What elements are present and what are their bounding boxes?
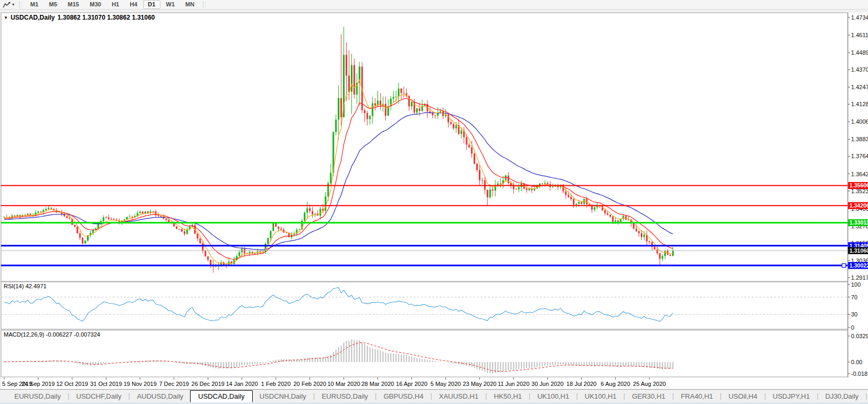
svg-text:16 Apr 2020: 16 Apr 2020	[396, 381, 427, 387]
timeframe-m30[interactable]: M30	[85, 0, 106, 9]
timeframe-w1[interactable]: W1	[161, 0, 180, 9]
tab-usdcnh-daily[interactable]: USDCNH,Daily	[253, 391, 313, 402]
tab-dj30-daily[interactable]: DJ30,Daily	[819, 391, 866, 402]
timeframe-h1[interactable]: H1	[107, 0, 124, 9]
tab-gbpusd-h4[interactable]: GBPUSD,H4	[376, 391, 430, 402]
tab-usdchf-daily[interactable]: USDCHF,Daily	[70, 391, 128, 402]
svg-text:1.37645: 1.37645	[851, 153, 868, 159]
tab-hk50-h1[interactable]: HK50,H1	[487, 391, 529, 402]
svg-text:1.47340: 1.47340	[851, 14, 868, 21]
svg-text:7 Dec 2019: 7 Dec 2019	[159, 381, 189, 387]
svg-text:1.43700: 1.43700	[851, 66, 868, 73]
price-tag-1.31060[interactable]: 1.31060	[848, 247, 868, 254]
svg-text:1.42475: 1.42475	[851, 84, 868, 90]
tab-xauusd-h1[interactable]: XAUUSD,H1	[432, 391, 485, 402]
svg-text:30 Jun 2020: 30 Jun 2020	[531, 381, 564, 387]
tab-usdcad-daily[interactable]: USDCAD,Daily	[190, 390, 252, 402]
price-tag-1.34206[interactable]: 1.34206	[848, 202, 868, 209]
svg-text:19 Nov 2019: 19 Nov 2019	[124, 381, 157, 387]
tab-usdjpy-h1[interactable]: USDJPY,H1	[766, 391, 817, 402]
chart-tab-bar: EURUSD,Daily|USDCHF,Daily|AUDUSD,DailyUS…	[0, 389, 868, 402]
svg-text:1 Feb 2020: 1 Feb 2020	[261, 381, 291, 387]
svg-text:1.31060: 1.31060	[849, 247, 868, 254]
timeframe-d1[interactable]: D1	[143, 0, 160, 9]
svg-text:11 Jun 2020: 11 Jun 2020	[498, 381, 530, 387]
svg-text:70: 70	[851, 294, 857, 300]
svg-text:12 Oct 2019: 12 Oct 2019	[56, 381, 88, 387]
collapse-chart-icon[interactable]: ▼	[4, 15, 8, 20]
svg-text:0: 0	[851, 324, 854, 331]
svg-text:100: 100	[851, 281, 861, 288]
price-tag-1.33011[interactable]: 1.33011	[848, 219, 868, 226]
line-tool-icon[interactable]	[2, 1, 12, 9]
svg-text:14 Jan 2020: 14 Jan 2020	[226, 381, 258, 387]
tool-dropdown-icon[interactable]: ▾	[12, 2, 14, 7]
svg-text:0.032977: 0.032977	[851, 333, 868, 339]
tab-list: EURUSD,Daily|USDCHF,Daily|AUDUSD,DailyUS…	[7, 390, 868, 403]
svg-text:1.35606: 1.35606	[849, 182, 868, 188]
svg-text:31 Oct 2019: 31 Oct 2019	[90, 381, 122, 387]
timeframe-h4[interactable]: H4	[125, 0, 142, 9]
tab-fra40-h1[interactable]: FRA40,H1	[674, 391, 720, 402]
toolbar-grip-end	[203, 2, 205, 8]
price-tag-1.30022[interactable]: 1.30022	[848, 262, 868, 269]
svg-text:1.38835: 1.38835	[851, 136, 868, 142]
price-chart-canvas[interactable]: 1.473401.461151.448901.437001.424751.412…	[0, 10, 868, 389]
tab-ger30-h1[interactable]: GER30,H1	[625, 391, 672, 402]
macd-indicator-label: MACD(12,26,9) -0.006227 -0.007324	[4, 331, 100, 338]
tab-audusd-daily[interactable]: AUDUSD,Daily	[130, 391, 190, 402]
svg-text:20 Feb 2020: 20 Feb 2020	[294, 381, 326, 387]
timeframe-bar: M1M5M15M30H1H4D1W1MN	[25, 0, 200, 10]
svg-text:18 Jul 2020: 18 Jul 2020	[566, 381, 597, 387]
trading-platform-window: { "icons": { "collapse": "▼", "toolbar_c…	[0, 0, 868, 404]
tab-usoil-h4[interactable]: USOil,H4	[721, 391, 764, 402]
toolbar-grip	[19, 2, 22, 8]
svg-text:25 Aug 2020: 25 Aug 2020	[633, 381, 666, 387]
tab-eurusd-daily[interactable]: EURUSD,Daily	[7, 391, 67, 402]
svg-text:26 Dec 2019: 26 Dec 2019	[192, 381, 225, 387]
svg-text:0.00: 0.00	[851, 359, 862, 365]
svg-text:1.30022: 1.30022	[849, 262, 868, 269]
svg-text:1.40060: 1.40060	[851, 118, 868, 125]
timeframe-m15[interactable]: M15	[63, 0, 84, 9]
svg-text:1.46115: 1.46115	[851, 32, 868, 38]
chart-symbol-label: USDCAD,Daily	[11, 14, 55, 21]
rsi-indicator-label: RSI(14) 42.4971	[4, 283, 47, 289]
tab-eurusd-daily[interactable]: EURUSD,Daily	[315, 391, 375, 402]
svg-text:1.33011: 1.33011	[849, 219, 868, 226]
timeframe-toolbar: ▾ M1M5M15M30H1H4D1W1MN	[0, 0, 868, 10]
chart-tool-group: ▾	[2, 0, 16, 10]
svg-text:6 Aug 2020: 6 Aug 2020	[600, 381, 630, 387]
svg-text:1.41285: 1.41285	[851, 101, 868, 107]
svg-text:1.34206: 1.34206	[849, 202, 868, 209]
price-tag-1.35606[interactable]: 1.35606	[848, 182, 868, 189]
svg-text:-0.018153: -0.018153	[851, 371, 868, 377]
timeframe-mn[interactable]: MN	[181, 0, 199, 9]
svg-text:30: 30	[851, 311, 857, 317]
tab-uk100-h1[interactable]: UK100,H1	[578, 391, 623, 402]
chart-title: ▼ USDCAD,Daily 1.30862 1.31070 1.30862 1…	[4, 14, 155, 21]
timeframe-m5[interactable]: M5	[44, 0, 62, 9]
svg-text:1.36420: 1.36420	[851, 171, 868, 177]
svg-text:1.29175: 1.29175	[851, 274, 868, 281]
svg-text:28 Mar 2020: 28 Mar 2020	[362, 381, 394, 387]
chart-ohlc-values: 1.30862 1.31070 1.30862 1.31060	[57, 14, 155, 21]
timeframe-m1[interactable]: M1	[25, 0, 43, 9]
svg-text:1.44890: 1.44890	[851, 49, 868, 56]
svg-text:23 May 2020: 23 May 2020	[463, 381, 497, 387]
svg-text:5 May 2020: 5 May 2020	[431, 381, 461, 387]
svg-text:24 Sep 2019: 24 Sep 2019	[22, 381, 55, 387]
chart-window: 1.473401.461151.448901.437001.424751.412…	[0, 10, 868, 389]
svg-text:10 Mar 2020: 10 Mar 2020	[328, 381, 360, 387]
hline-handle[interactable]	[842, 264, 846, 268]
tab-uk100-h1[interactable]: UK100,H1	[530, 391, 576, 402]
